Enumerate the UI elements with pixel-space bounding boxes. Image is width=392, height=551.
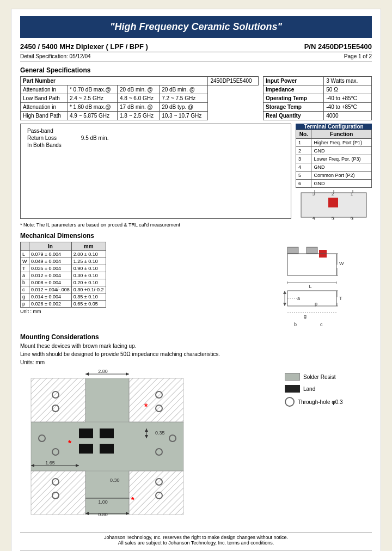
svg-text:p: p [315, 301, 317, 307]
footer-line2: All sales are subject to Johanson Techno… [20, 540, 372, 546]
dim-g-mm: 0.35 ± 0.10 [71, 293, 106, 301]
atten-high-label1: Attenuation in [21, 103, 68, 112]
terminal-row-1-no: 1 [296, 139, 311, 147]
dim-W-label: W [21, 258, 29, 265]
legend-land: Land [285, 385, 372, 393]
land-label: Land [303, 386, 315, 392]
svg-marker-70 [85, 372, 89, 376]
solder-resist-label: Solder Resist [303, 374, 335, 380]
storage-temp-value: -40 to +85°C [324, 103, 372, 112]
svg-text:a: a [297, 296, 300, 301]
svg-text:1.65: 1.65 [45, 460, 55, 466]
terminal-row-1-func: Higher Freq. Port (P1) [311, 139, 372, 147]
dim-L-in: 0.079 ± 0.004 [29, 251, 72, 258]
svg-text:1.00: 1.00 [98, 499, 108, 505]
return-loss-label: Return Loss [25, 134, 64, 142]
svg-text:T: T [339, 296, 342, 301]
footer-note: Johanson Technology, Inc. reserves the r… [20, 532, 372, 546]
general-specs-table: Part Number 2450DP15E5400 Attenuation in… [20, 76, 259, 120]
svg-text:2.80: 2.80 [98, 369, 108, 374]
terminal-row-2-func: GND [311, 147, 372, 155]
dim-W-mm: 1.25 ± 0.10 [71, 258, 106, 265]
svg-rect-54 [100, 444, 114, 454]
passband-box: Pass-band Return Loss 9.5 dB min. In Bot… [20, 124, 291, 219]
terminal-config-title: Terminal Configuration [296, 124, 372, 130]
mech-diagram: W L a p T [274, 242, 372, 329]
terminal-diagram: 3 2 1 4 5 6 [298, 190, 369, 220]
terminal-row-6-no: 6 [296, 180, 311, 188]
mounting-line1: Mount these devices with brown mark faci… [20, 343, 372, 349]
svg-rect-53 [79, 444, 93, 454]
dim-W-in: 0.049 ± 0.004 [29, 258, 72, 265]
op-temp-value: -40 to +85°C [324, 94, 372, 103]
header-banner: "High Frequency Ceramic Solutions" [20, 16, 372, 38]
atten-low-v1: * 0.70 dB max.@ [67, 85, 117, 94]
low-band-label: Low Band Path [21, 94, 68, 103]
svg-rect-7 [328, 198, 338, 207]
dim-p-mm: 0.65 ± 0.05 [71, 301, 106, 308]
part-number-value: 2450DP15E5400 [208, 77, 259, 85]
svg-marker-38 [283, 303, 286, 306]
svg-rect-51 [79, 428, 93, 438]
atten-high-v1: * 1.60 dB max.@ [67, 103, 117, 112]
terminal-row-5-no: 5 [296, 172, 311, 180]
svg-text:*: * [144, 402, 148, 412]
return-loss-value: 9.5 dB min. [70, 134, 120, 142]
impedance-label: Impedance [264, 85, 324, 94]
terminal-func-header: Function [311, 130, 372, 139]
impedance-value: 50 Ω [324, 85, 372, 94]
mounting-title: Mounting Considerations [20, 333, 372, 341]
low-band-v3: 7.2 ~ 7.5 GHz [160, 94, 208, 103]
high-band-v3: 10.3 ~ 10.7 GHz [160, 112, 208, 120]
page-number: Page 1 of 2 [344, 53, 372, 59]
svg-rect-14 [287, 247, 298, 254]
input-power-value: 3 Watts max. [324, 77, 372, 85]
dim-b-label: b [21, 279, 29, 286]
mounting-units: Units: mm [20, 359, 372, 365]
dim-b-in: 0.008 ± 0.004 [29, 279, 72, 286]
svg-rect-48 [129, 378, 183, 422]
legend-solder-resist: Solder Resist [285, 373, 372, 381]
low-band-v1: 2.4 ~ 2.5 GHz [67, 94, 117, 103]
mounting-legend: Solder Resist Land Through-hole φ0.3 [285, 368, 372, 411]
dim-c-label: c [21, 286, 29, 293]
svg-rect-17 [287, 254, 336, 276]
svg-text:0.80: 0.80 [98, 512, 108, 517]
svg-marker-37 [283, 291, 286, 294]
note-text: * Note: The IL parameters are based on p… [20, 222, 372, 228]
svg-rect-15 [307, 247, 317, 254]
svg-rect-52 [100, 428, 114, 438]
dim-T-mm: 0.90 ± 0.10 [71, 265, 106, 272]
dim-c-in: 0.012 +.004/-.008 [29, 286, 72, 293]
dim-a-label: a [21, 272, 29, 279]
svg-text:4: 4 [313, 216, 315, 220]
svg-text:W: W [339, 261, 344, 266]
svg-text:L: L [309, 284, 311, 289]
dim-a-in: 0.012 ± 0.004 [29, 272, 72, 279]
real-qty-value: 4000 [324, 112, 372, 120]
terminal-row-5-func: Common Port (P2) [311, 172, 372, 180]
dim-T-in: 0.035 ± 0.004 [29, 265, 72, 272]
storage-temp-label: Storage Temp [264, 103, 324, 112]
high-band-v1: 4.9 ~ 5.875 GHz [67, 112, 117, 120]
low-band-v2: 4.8 ~ 6.0 GHz [118, 94, 160, 103]
terminal-row-3-func: Lower Freq. Por. (P3) [311, 155, 372, 163]
through-hole-swatch [285, 397, 295, 407]
svg-text:g: g [304, 314, 307, 319]
mounting-line2: Line width should be designed to provide… [20, 351, 372, 357]
unit-note: Unit : mm [20, 309, 270, 314]
detail-spec: Detail Specification: 05/12/04 [20, 53, 91, 59]
dim-p-in: 0.026 ± 0.002 [29, 301, 72, 308]
atten-low-v2: 20 dB min. @ [118, 85, 160, 94]
right-specs-table: Input Power 3 Watts max. Impedance 50 Ω … [263, 76, 372, 120]
svg-text:c: c [320, 322, 323, 327]
general-specs-title: General Specifications [20, 66, 372, 74]
part-number-label: Part Number [21, 77, 208, 85]
dim-T-label: T [21, 265, 29, 272]
dim-g-in: 0.014 ± 0.004 [29, 293, 72, 301]
input-power-label: Input Power [264, 77, 324, 85]
svg-rect-50 [129, 471, 183, 515]
terminal-row-6-func: GND [311, 180, 372, 188]
high-band-v2: 1.8 ~ 2.5 GHz [118, 112, 160, 120]
footer-line1: Johanson Technology, Inc. reserves the r… [20, 535, 372, 540]
